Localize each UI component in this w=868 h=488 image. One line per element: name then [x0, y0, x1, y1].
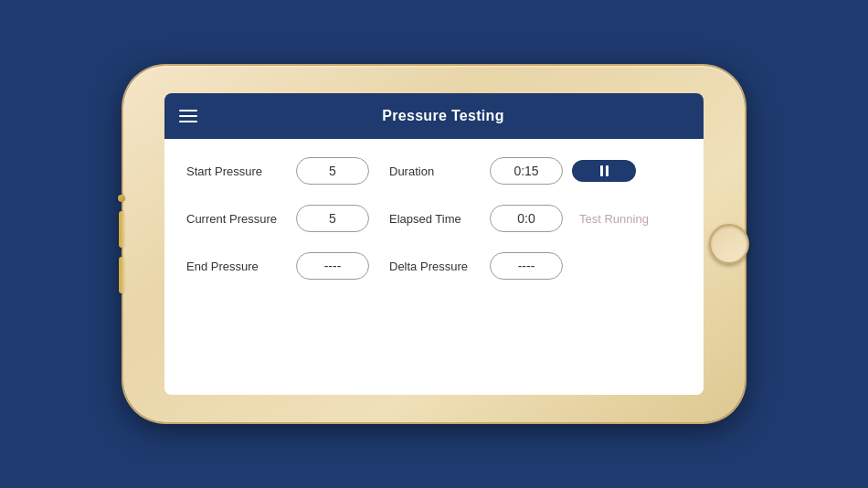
hamburger-menu-button[interactable]	[179, 110, 197, 122]
app-content: Start Pressure 5 Duration 0:15 Current P…	[164, 139, 704, 395]
pause-button[interactable]	[572, 160, 636, 182]
hamburger-line-2	[179, 115, 197, 117]
elapsed-time-value[interactable]: 0:0	[490, 205, 563, 232]
row-end-pressure: End Pressure ---- Delta Pressure ----	[186, 252, 682, 280]
duration-label: Duration	[389, 164, 481, 178]
pause-icon	[600, 165, 609, 176]
side-dot-button[interactable]	[118, 195, 125, 202]
row-start-pressure: Start Pressure 5 Duration 0:15	[186, 157, 682, 185]
end-pressure-label: End Pressure	[186, 260, 287, 273]
phone-left-buttons	[118, 195, 125, 293]
volume-button[interactable]	[119, 211, 124, 248]
app-title: Pressure Testing	[197, 108, 689, 124]
start-pressure-label: Start Pressure	[186, 164, 287, 178]
home-button[interactable]	[709, 224, 749, 264]
duration-value[interactable]: 0:15	[490, 157, 563, 185]
elapsed-time-label: Elapsed Time	[389, 212, 481, 226]
delta-pressure-value[interactable]: ----	[490, 252, 563, 280]
phone-screen: Pressure Testing Start Pressure 5 Durati…	[164, 93, 704, 395]
app-header: Pressure Testing	[164, 93, 704, 139]
row-current-pressure: Current Pressure 5 Elapsed Time 0:0 Test…	[186, 205, 682, 232]
end-pressure-value[interactable]: ----	[296, 252, 369, 280]
hamburger-line-3	[179, 121, 197, 122]
phone-right-side	[709, 224, 749, 264]
pause-bar-right	[606, 165, 609, 176]
delta-pressure-label: Delta Pressure	[389, 260, 481, 273]
current-pressure-label: Current Pressure	[186, 212, 287, 226]
status-badge: Test Running	[579, 212, 649, 226]
volume-button-2[interactable]	[119, 257, 124, 293]
start-pressure-value[interactable]: 5	[296, 157, 369, 185]
hamburger-line-1	[179, 110, 197, 111]
phone-shell: Pressure Testing Start Pressure 5 Durati…	[123, 66, 745, 422]
pause-bar-left	[600, 165, 603, 176]
current-pressure-value[interactable]: 5	[296, 205, 369, 232]
